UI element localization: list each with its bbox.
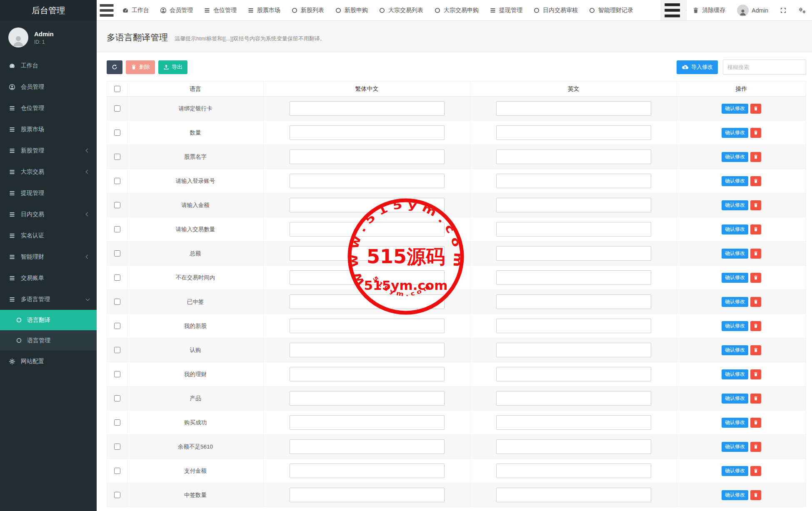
english-input[interactable] bbox=[496, 439, 651, 454]
fullscreen-button[interactable] bbox=[774, 0, 792, 20]
delete-row-button[interactable] bbox=[750, 345, 761, 355]
sidebar-item[interactable]: 实名认证 bbox=[0, 225, 97, 246]
search-input[interactable] bbox=[723, 60, 806, 75]
confirm-edit-button[interactable]: 确认修改 bbox=[722, 321, 748, 331]
traditional-chinese-input[interactable] bbox=[290, 488, 445, 502]
delete-row-button[interactable] bbox=[750, 466, 761, 476]
delete-row-button[interactable] bbox=[750, 176, 761, 186]
sidebar-item[interactable]: 会员管理 bbox=[0, 76, 97, 97]
user-menu[interactable]: Admin bbox=[731, 0, 774, 20]
english-input[interactable] bbox=[496, 488, 651, 502]
confirm-edit-button[interactable]: 确认修改 bbox=[722, 394, 748, 404]
topnav-item[interactable]: 股票市场 bbox=[242, 0, 286, 20]
topnav-item[interactable]: 仓位管理 bbox=[198, 0, 242, 20]
topnav-item[interactable]: 日内交易审核 bbox=[528, 0, 583, 20]
english-input[interactable] bbox=[496, 222, 651, 237]
select-all-checkbox[interactable] bbox=[114, 86, 120, 92]
row-checkbox[interactable] bbox=[114, 178, 120, 184]
sidebar-item[interactable]: 多语言管理 bbox=[0, 289, 97, 310]
row-checkbox[interactable] bbox=[114, 250, 120, 257]
topnav-item[interactable]: 大宗交易列表 bbox=[373, 0, 429, 20]
sidebar-item[interactable]: 网站配置 bbox=[0, 351, 97, 372]
english-input[interactable] bbox=[496, 150, 651, 164]
confirm-edit-button[interactable]: 确认修改 bbox=[722, 128, 748, 138]
english-input[interactable] bbox=[496, 270, 651, 285]
row-checkbox[interactable] bbox=[114, 130, 120, 136]
confirm-edit-button[interactable]: 确认修改 bbox=[722, 490, 748, 500]
traditional-chinese-input[interactable] bbox=[290, 391, 445, 406]
topnav-item[interactable]: 新股申购 bbox=[330, 0, 373, 20]
traditional-chinese-input[interactable] bbox=[290, 125, 445, 140]
traditional-chinese-input[interactable] bbox=[290, 198, 445, 212]
sidebar-item[interactable]: 大宗交易 bbox=[0, 161, 97, 182]
row-checkbox[interactable] bbox=[114, 395, 120, 401]
topnav-item[interactable]: 新股列表 bbox=[286, 0, 330, 20]
sidebar-toggle-button[interactable] bbox=[97, 0, 117, 20]
row-checkbox[interactable] bbox=[114, 299, 120, 305]
english-input[interactable] bbox=[496, 391, 651, 406]
export-button[interactable]: 导出 bbox=[158, 60, 187, 74]
delete-row-button[interactable] bbox=[750, 297, 761, 307]
row-checkbox[interactable] bbox=[114, 323, 120, 329]
traditional-chinese-input[interactable] bbox=[290, 246, 445, 261]
confirm-edit-button[interactable]: 确认修改 bbox=[722, 345, 748, 355]
traditional-chinese-input[interactable] bbox=[290, 439, 445, 454]
english-input[interactable] bbox=[496, 125, 651, 140]
sidebar-item[interactable]: 日内交易 bbox=[0, 204, 97, 225]
delete-row-button[interactable] bbox=[750, 273, 761, 283]
english-input[interactable] bbox=[496, 294, 651, 309]
confirm-edit-button[interactable]: 确认修改 bbox=[722, 273, 748, 283]
nav-overflow-dropdown[interactable] bbox=[661, 0, 687, 20]
delete-row-button[interactable] bbox=[750, 418, 761, 428]
traditional-chinese-input[interactable] bbox=[290, 270, 445, 285]
delete-row-button[interactable] bbox=[750, 490, 761, 500]
sidebar-item[interactable]: 仓位管理 bbox=[0, 97, 97, 119]
confirm-edit-button[interactable]: 确认修改 bbox=[722, 249, 748, 259]
topnav-item[interactable]: 工作台 bbox=[117, 0, 155, 20]
row-checkbox[interactable] bbox=[114, 468, 120, 474]
traditional-chinese-input[interactable] bbox=[290, 319, 445, 333]
confirm-edit-button[interactable]: 确认修改 bbox=[722, 104, 748, 114]
english-input[interactable] bbox=[496, 246, 651, 261]
english-input[interactable] bbox=[496, 464, 651, 478]
english-input[interactable] bbox=[496, 101, 651, 116]
delete-row-button[interactable] bbox=[750, 442, 761, 452]
confirm-edit-button[interactable]: 确认修改 bbox=[722, 176, 748, 186]
row-checkbox[interactable] bbox=[114, 444, 120, 450]
row-checkbox[interactable] bbox=[114, 274, 120, 281]
row-checkbox[interactable] bbox=[114, 492, 120, 498]
clear-cache-button[interactable]: 清除缓存 bbox=[687, 0, 731, 20]
confirm-edit-button[interactable]: 确认修改 bbox=[722, 466, 748, 476]
confirm-edit-button[interactable]: 确认修改 bbox=[722, 369, 748, 379]
english-input[interactable] bbox=[496, 415, 651, 430]
delete-button[interactable]: 删除 bbox=[126, 60, 155, 74]
delete-row-button[interactable] bbox=[750, 224, 761, 234]
sidebar-item[interactable]: 交易账单 bbox=[0, 267, 97, 289]
sidebar-item[interactable]: 智能理财 bbox=[0, 246, 97, 267]
delete-row-button[interactable] bbox=[750, 152, 761, 162]
traditional-chinese-input[interactable] bbox=[290, 150, 445, 164]
delete-row-button[interactable] bbox=[750, 249, 761, 259]
delete-row-button[interactable] bbox=[750, 321, 761, 331]
topnav-item[interactable]: 智能理财记录 bbox=[583, 0, 639, 20]
row-checkbox[interactable] bbox=[114, 154, 120, 160]
row-checkbox[interactable] bbox=[114, 371, 120, 377]
confirm-edit-button[interactable]: 确认修改 bbox=[722, 200, 748, 210]
row-checkbox[interactable] bbox=[114, 347, 120, 353]
row-checkbox[interactable] bbox=[114, 105, 120, 112]
sidebar-item[interactable]: 提现管理 bbox=[0, 182, 97, 204]
english-input[interactable] bbox=[496, 174, 651, 188]
english-input[interactable] bbox=[496, 198, 651, 212]
confirm-edit-button[interactable]: 确认修改 bbox=[722, 418, 748, 428]
refresh-button[interactable] bbox=[107, 60, 122, 74]
sidebar-subitem-active[interactable]: 语言翻译 bbox=[0, 310, 97, 330]
sidebar-subitem-default[interactable]: 语言管理 bbox=[0, 330, 97, 351]
english-input[interactable] bbox=[496, 343, 651, 357]
row-checkbox[interactable] bbox=[114, 202, 120, 208]
traditional-chinese-input[interactable] bbox=[290, 222, 445, 237]
traditional-chinese-input[interactable] bbox=[290, 294, 445, 309]
delete-row-button[interactable] bbox=[750, 128, 761, 138]
confirm-edit-button[interactable]: 确认修改 bbox=[722, 442, 748, 452]
delete-row-button[interactable] bbox=[750, 104, 761, 114]
delete-row-button[interactable] bbox=[750, 200, 761, 210]
